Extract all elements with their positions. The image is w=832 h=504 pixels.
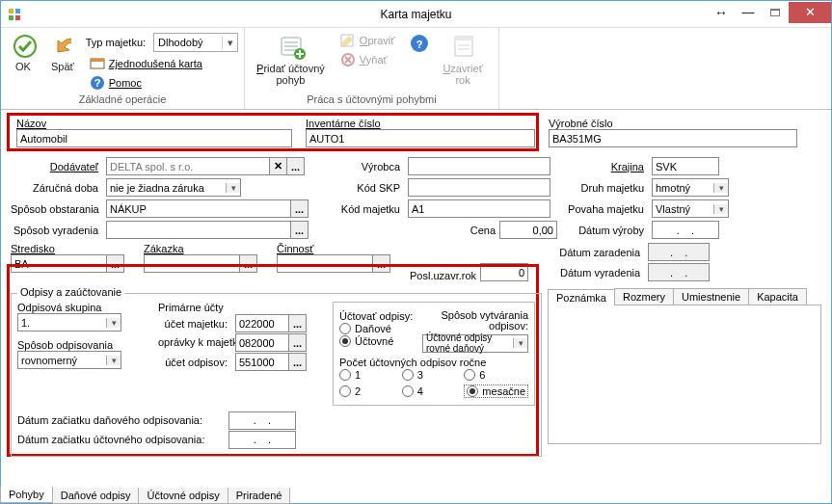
radio-2[interactable]: 2 bbox=[339, 385, 400, 398]
bottom-tabs: Pohyby Daňové odpisy Účtovné odpisy Prir… bbox=[0, 488, 289, 504]
radio-4[interactable]: 4 bbox=[402, 385, 463, 398]
svg-rect-2 bbox=[9, 15, 13, 20]
maximize-button[interactable] bbox=[762, 2, 789, 23]
datum-vyrad-input[interactable] bbox=[648, 263, 710, 281]
ellipsis-icon[interactable]: ... bbox=[291, 221, 309, 239]
tab-poznamka[interactable]: Poznámka bbox=[548, 289, 615, 305]
poznamka-panel[interactable] bbox=[548, 305, 821, 444]
zarucna-select[interactable]: nie je žiadna záruka▾ bbox=[106, 178, 241, 197]
help-ribbon-icon[interactable]: ? bbox=[404, 30, 435, 57]
typ-majetku-combo[interactable]: ▾ bbox=[153, 33, 238, 52]
ribbon-group-label-2: Práca s účtovnými pohybmi bbox=[307, 93, 437, 105]
inventarne-input[interactable] bbox=[306, 129, 535, 147]
nazov-label: Názov bbox=[16, 118, 294, 129]
svg-rect-1 bbox=[15, 9, 20, 13]
stredisko-picker[interactable]: ... bbox=[11, 254, 124, 273]
sposob-obst-picker[interactable]: ... bbox=[106, 199, 328, 218]
datum-dan-input[interactable] bbox=[228, 411, 296, 430]
inventarne-label: Inventárne číslo bbox=[306, 118, 537, 129]
vynat-button: Vyňať bbox=[336, 51, 399, 68]
datum-vyroby-input[interactable] bbox=[652, 221, 719, 239]
vyrobne-input[interactable] bbox=[549, 129, 797, 147]
druh-select[interactable]: hmotný▾ bbox=[652, 178, 729, 197]
close-button[interactable]: ✕ bbox=[789, 2, 831, 23]
skupina-select[interactable]: 1.▾ bbox=[17, 313, 121, 332]
dodavatel-picker[interactable]: ✕ ... bbox=[106, 157, 328, 175]
zjednodusena-button[interactable]: Zjednodušená karta bbox=[86, 55, 238, 72]
povaha-select[interactable]: Vlastný▾ bbox=[652, 199, 729, 218]
window-title: Karta majetku bbox=[380, 8, 451, 21]
svg-text:?: ? bbox=[94, 77, 100, 89]
svg-rect-19 bbox=[455, 37, 472, 40]
zakazka-link[interactable]: Zákazka bbox=[144, 243, 184, 254]
posl-input[interactable] bbox=[480, 263, 528, 281]
clear-icon[interactable]: ✕ bbox=[270, 157, 287, 175]
tab-priradene[interactable]: Priradené bbox=[228, 488, 291, 504]
datum-zarad-input[interactable] bbox=[648, 243, 710, 261]
tab-uctovne-odpisy[interactable]: Účtovné odpisy bbox=[138, 488, 228, 504]
kodmajetku-input[interactable] bbox=[408, 199, 550, 218]
tab-rozmery[interactable]: Rozmery bbox=[614, 288, 674, 305]
chevron-down-icon: ▾ bbox=[222, 37, 237, 49]
tab-pohyby[interactable]: Pohyby bbox=[0, 487, 53, 503]
krajina-link[interactable]: Krajina bbox=[611, 161, 644, 172]
pomoc-button[interactable]: ? Pomoc bbox=[86, 74, 238, 92]
radio-6[interactable]: 6 bbox=[464, 369, 528, 381]
vyrobne-label: Výrobné číslo bbox=[549, 118, 797, 129]
stredisko-link[interactable]: Stredisko bbox=[11, 243, 55, 254]
ok-button[interactable]: OK bbox=[7, 30, 43, 76]
odpisy-group: Odpisy a zaúčtovanie Odpisová skupina 1.… bbox=[11, 293, 542, 457]
kodskp-input[interactable] bbox=[408, 178, 550, 197]
cinnost-link[interactable]: Činnosť bbox=[277, 243, 313, 254]
radio-1[interactable]: 1 bbox=[339, 369, 400, 381]
radio-danove[interactable]: Daňové bbox=[339, 323, 413, 334]
radio-mesacne[interactable]: mesačne bbox=[464, 385, 528, 398]
ellipsis-icon[interactable]: ... bbox=[291, 199, 309, 218]
form-area: Názov Inventárne číslo Výrobné číslo Dod… bbox=[1, 110, 831, 457]
radio-uctovne[interactable]: Účtovné bbox=[339, 335, 413, 347]
svg-rect-6 bbox=[91, 59, 104, 62]
opravit-button: Opraviť bbox=[336, 32, 399, 49]
sposob-vytv-select[interactable]: Účtovné odpisy rovné daňový▾ bbox=[422, 334, 528, 353]
sposob-vyrad-picker[interactable]: ... bbox=[106, 221, 328, 239]
cinnost-picker[interactable]: ... bbox=[277, 254, 390, 273]
tab-kapacita[interactable]: Kapacita bbox=[748, 288, 807, 305]
uzavriet-button: Uzavrieťrok bbox=[437, 30, 492, 90]
move-button[interactable]: ↔ bbox=[708, 2, 735, 23]
vyrobca-input[interactable] bbox=[408, 157, 550, 175]
tab-umiestnenie[interactable]: Umiestnenie bbox=[673, 288, 749, 305]
minimize-button[interactable]: — bbox=[735, 2, 762, 23]
typ-majetku-row: Typ majetku: ▾ bbox=[86, 33, 238, 52]
tab-danove-odpisy[interactable]: Daňové odpisy bbox=[52, 488, 140, 504]
krajina-input[interactable] bbox=[652, 157, 719, 175]
back-button[interactable]: Späť bbox=[45, 30, 84, 76]
ribbon-group-label-1: Základné operácie bbox=[79, 93, 167, 105]
datum-uct-input[interactable] bbox=[228, 431, 296, 449]
pridat-button[interactable]: PPridať účtovný pohybridať účtovnýpohyb bbox=[251, 30, 335, 90]
svg-rect-0 bbox=[9, 9, 13, 13]
titlebar: Karta majetku ↔ — ✕ bbox=[1, 1, 831, 28]
ribbon: OK Späť Typ majetku: ▾ Zjednodušená kart… bbox=[1, 28, 831, 110]
zakazka-picker[interactable]: ... bbox=[144, 254, 257, 273]
svg-text:?: ? bbox=[416, 39, 423, 50]
svg-rect-3 bbox=[15, 15, 20, 20]
right-tabs: Poznámka Rozmery Umiestnenie Kapacita bbox=[548, 288, 821, 305]
cena-input[interactable] bbox=[499, 221, 557, 239]
sposob-odp-select[interactable]: rovnomerný▾ bbox=[17, 351, 121, 369]
app-icon bbox=[7, 7, 22, 22]
nazov-input[interactable] bbox=[16, 129, 292, 147]
ellipsis-icon[interactable]: ... bbox=[287, 157, 305, 175]
dodavatel-link[interactable]: Dodávateľ bbox=[50, 161, 98, 172]
radio-3[interactable]: 3 bbox=[402, 369, 463, 381]
